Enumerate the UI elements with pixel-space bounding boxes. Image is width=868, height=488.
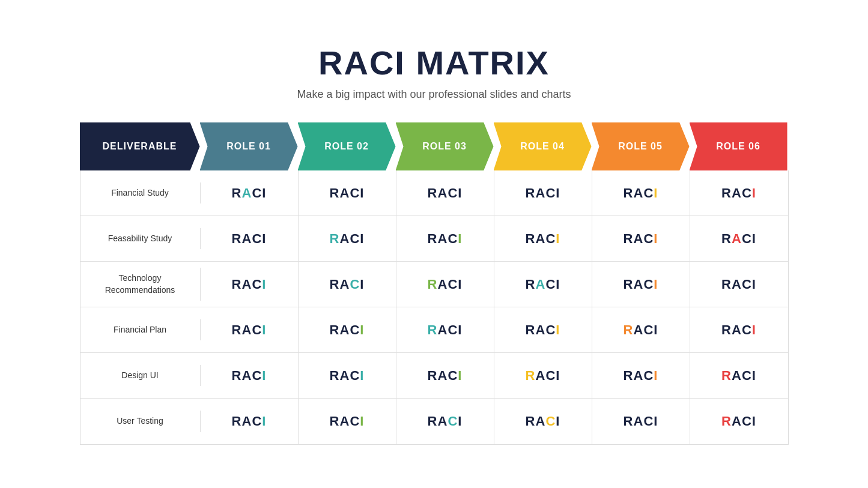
raci-cell-r1-c3: RACI — [494, 216, 592, 261]
row-label-1: Feasability Study — [80, 228, 201, 250]
row-label-3: Financial Plan — [80, 319, 201, 341]
row-label-2: Technology Recommendations — [80, 268, 201, 301]
raci-cell-r5-c5: RACI — [690, 399, 788, 444]
raci-cell-r2-c1: RACI — [299, 262, 396, 307]
matrix-container: DELIVERABLE ROLE 01ROLE 02ROLE 03ROLE 04… — [80, 122, 789, 445]
table-body: Financial StudyRACIRACIRACIRACIRACIRACIF… — [80, 170, 789, 445]
raci-cell-r2-c4: RACI — [592, 262, 690, 307]
raci-cell-r3-c1: RACI — [299, 307, 396, 352]
raci-cell-r5-c1: RACI — [299, 399, 396, 444]
table-row: User TestingRACIRACIRACIRACIRACIRACI — [80, 399, 788, 444]
raci-cell-r4-c3: RACI — [494, 353, 592, 398]
table-row: Technology RecommendationsRACIRACIRACIRA… — [80, 262, 788, 307]
raci-cell-r1-c0: RACI — [201, 216, 299, 261]
raci-cell-r1-c1: RACI — [299, 216, 396, 261]
raci-cell-r5-c4: RACI — [592, 399, 690, 444]
table-row: Financial PlanRACIRACIRACIRACIRACIRACI — [80, 307, 788, 353]
header-role-3: ROLE 03 — [396, 122, 494, 170]
raci-cell-r2-c2: RACI — [396, 262, 494, 307]
header-role-1: ROLE 01 — [200, 122, 298, 170]
row-label-5: User Testing — [80, 411, 201, 432]
raci-cell-r1-c5: RACI — [690, 216, 788, 261]
raci-cell-r0-c4: RACI — [592, 170, 690, 215]
page-title: RACI MATRIX — [318, 43, 550, 82]
raci-cell-r5-c3: RACI — [494, 399, 592, 444]
header-role-6: ROLE 06 — [690, 122, 788, 170]
raci-cell-r3-c4: RACI — [592, 307, 690, 352]
raci-cell-r5-c2: RACI — [396, 399, 494, 444]
raci-cell-r2-c3: RACI — [494, 262, 592, 307]
raci-cell-r3-c3: RACI — [494, 307, 592, 352]
raci-cell-r3-c2: RACI — [396, 307, 494, 352]
raci-cell-r0-c0: RACI — [201, 170, 299, 215]
table-row: Financial StudyRACIRACIRACIRACIRACIRACI — [80, 170, 788, 216]
raci-cell-r0-c1: RACI — [299, 170, 396, 215]
table-row: Design UIRACIRACIRACIRACIRACIRACI — [80, 353, 788, 399]
raci-cell-r4-c1: RACI — [299, 353, 396, 398]
header-role-2: ROLE 02 — [298, 122, 396, 170]
header-role-5: ROLE 05 — [592, 122, 690, 170]
raci-cell-r0-c3: RACI — [494, 170, 592, 215]
raci-cell-r0-c2: RACI — [396, 170, 494, 215]
raci-cell-r4-c2: RACI — [396, 353, 494, 398]
raci-cell-r0-c5: RACI — [690, 170, 788, 215]
row-label-4: Design UI — [80, 365, 201, 387]
raci-cell-r4-c4: RACI — [592, 353, 690, 398]
raci-cell-r3-c0: RACI — [201, 307, 299, 352]
raci-cell-r1-c2: RACI — [396, 216, 494, 261]
raci-cell-r1-c4: RACI — [592, 216, 690, 261]
raci-cell-r5-c0: RACI — [201, 399, 299, 444]
raci-cell-r3-c5: RACI — [690, 307, 788, 352]
raci-cell-r2-c5: RACI — [690, 262, 788, 307]
table-row: Feasability StudyRACIRACIRACIRACIRACIRAC… — [80, 216, 788, 262]
raci-cell-r4-c5: RACI — [690, 353, 788, 398]
raci-cell-r4-c0: RACI — [201, 353, 299, 398]
row-label-0: Financial Study — [80, 182, 201, 204]
page-subtitle: Make a big impact with our professional … — [297, 88, 571, 101]
header-deliverable: DELIVERABLE — [80, 122, 200, 170]
header-role-4: ROLE 04 — [494, 122, 592, 170]
raci-cell-r2-c0: RACI — [201, 262, 299, 307]
header-row: DELIVERABLE ROLE 01ROLE 02ROLE 03ROLE 04… — [80, 122, 789, 170]
